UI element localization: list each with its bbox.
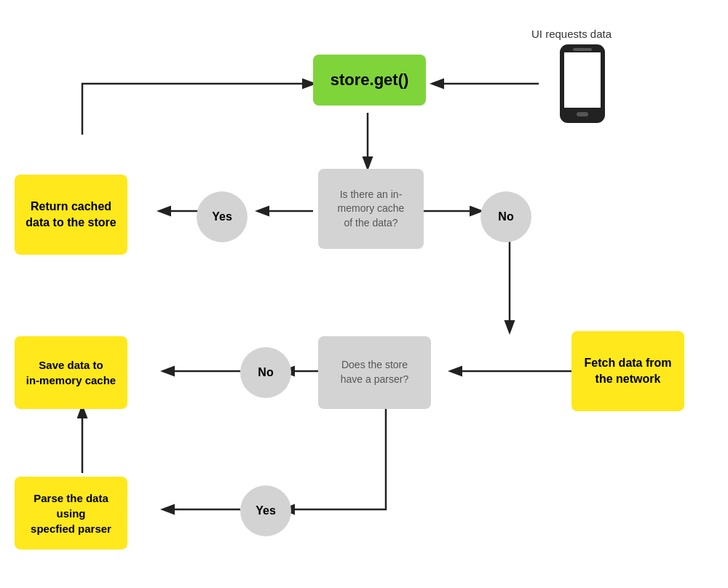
svg-rect-13 (577, 112, 588, 116)
flowchart-diagram: UI requests data store.get() Is there an… (0, 0, 728, 588)
return-cached-node: Return cached data to the store (15, 175, 127, 255)
svg-rect-12 (564, 52, 601, 108)
store-get-node: store.get() (313, 55, 426, 106)
in-memory-cache-node: Is there an in- memory cache of the data… (318, 169, 424, 249)
yes1-node: Yes (197, 191, 248, 242)
phone-icon (553, 36, 612, 131)
fetch-network-node: Fetch data from the network (571, 331, 684, 411)
save-memory-node: Save data to in-memory cache (15, 336, 127, 409)
parse-data-node: Parse the data using specfied parser (15, 477, 127, 549)
no2-node: No (240, 347, 291, 398)
no1-node: No (480, 191, 531, 242)
has-parser-node: Does the store have a parser? (318, 336, 431, 409)
yes2-node: Yes (240, 485, 291, 536)
svg-rect-14 (573, 48, 592, 51)
